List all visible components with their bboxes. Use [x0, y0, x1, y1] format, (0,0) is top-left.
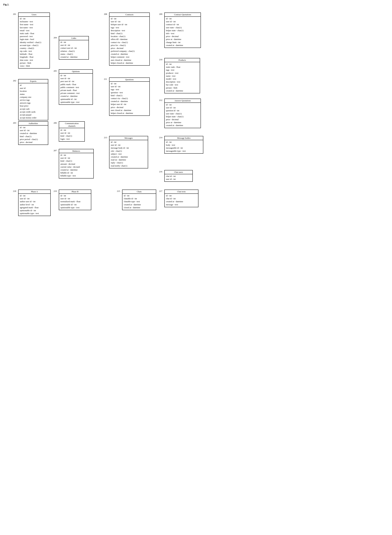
- entity-field: opinionable id - int: [20, 209, 49, 212]
- entity-box-205: Opinionsid - intuser id - intpeer user i…: [59, 69, 93, 105]
- entity-header-210: Products: [165, 58, 200, 62]
- entity-field: contact via - char(1): [111, 41, 148, 44]
- entity-field: created at - datetime: [111, 53, 148, 56]
- entity-wrapper-217: 217Chat textsid - intchat id - intcreate…: [159, 190, 198, 207]
- entity-field: user state - char(1): [166, 112, 199, 115]
- entity-wrapper-216: 216Chat userschat id - intuser id - int: [159, 170, 193, 182]
- entity-field: accept credit cards: [20, 110, 47, 113]
- entity-header-205: Opinions: [59, 70, 93, 74]
- entity-field: offers till - datetime: [111, 38, 148, 41]
- entity-header-208: Contracts: [109, 13, 149, 17]
- entity-field: user id - int: [111, 20, 148, 23]
- entity-box-214: Message bodiesid - intbody - textmessage…: [164, 136, 203, 154]
- entity-wrapper-204: 204Linksid - intuser id - intcontact use…: [54, 36, 89, 60]
- entity-body-219: id - intuser id - intnormalized mark - f…: [59, 194, 91, 210]
- entity-box-216: Chat userschat id - intuser id - int: [164, 170, 193, 182]
- entity-field: user id - int: [61, 77, 91, 80]
- entity-field: price - decimal: [111, 47, 148, 50]
- entity-number-218: 218: [13, 190, 18, 192]
- entity-field: user closed at - datetime: [111, 109, 148, 112]
- entity-field: location: [20, 90, 47, 93]
- entity-field: accept paypal: [20, 113, 47, 116]
- entity-box-204: Linksid - intuser id - intcontact user i…: [59, 36, 89, 60]
- entity-field: password - text: [20, 35, 48, 38]
- entity-field: time zone - text: [20, 59, 48, 61]
- entity-field: name - text: [166, 75, 198, 77]
- entity-field: helper user id - int: [111, 103, 148, 106]
- entity-field: private mark - float: [61, 89, 91, 92]
- entity-box-208: Contractsid - intuser id - intheleper us…: [109, 13, 150, 66]
- entity-field: id - int: [111, 141, 146, 144]
- entity-field: opinionable id - int: [61, 203, 90, 206]
- entity-field: kind - char(1): [111, 94, 148, 97]
- entity-field: service tags: [20, 99, 47, 102]
- entity-field: helper closed at - datetime: [111, 112, 148, 115]
- entity-field: user id - int: [20, 197, 49, 200]
- entity-field: description - text: [111, 29, 148, 32]
- entity-field: user id - int: [111, 144, 146, 146]
- entity-field: opinionable id - int: [61, 98, 91, 101]
- entity-number-201: 201: [13, 13, 18, 15]
- entity-header-203: Authorities: [19, 122, 48, 126]
- entity-number-209: 209: [159, 13, 164, 15]
- entity-field: price at - datetime: [166, 121, 199, 124]
- entity-field: helper comment - text: [111, 56, 148, 58]
- entity-body-209: id - intuser id - intcontract id - intus…: [165, 17, 201, 47]
- entity-field: helper state - char(1): [166, 115, 199, 118]
- entity-header-207: Balances: [59, 149, 93, 153]
- entity-field: contact via - char(1): [111, 97, 148, 100]
- entity-box-207: Balancesid - intuser id - intkind - char…: [59, 149, 94, 178]
- entity-wrapper-208: 208Contractsid - intuser id - intheleper…: [104, 13, 150, 66]
- entity-field: read on - datetime: [111, 158, 146, 161]
- entity-field: price period - char(1): [20, 138, 47, 141]
- entity-field: current value - deciaml: [61, 165, 92, 169]
- entity-body-203: id - intuser id - intcreated at - dateti…: [19, 126, 48, 145]
- entity-wrapper-218: 218Phase Aid - intuser id - intauthor us…: [13, 190, 51, 216]
- diagram-container: 201Usersid - intnickname - textfirst nam…: [3, 8, 388, 527]
- entity-field: info - text: [166, 32, 199, 35]
- entity-wrapper-206: 206Communicationchannelsid - intuser id …: [54, 121, 85, 142]
- entity-field: user state - char(1): [166, 26, 199, 29]
- entity-field: id - int: [111, 82, 148, 85]
- entity-field: bar code - text: [166, 83, 198, 86]
- entity-body-215: id - intchatable id - intchatable type -…: [122, 194, 156, 210]
- entity-box-212: Answer Quotationsid - intuser id - intqu…: [164, 99, 201, 128]
- entity-header-218: Phase A: [19, 190, 50, 194]
- entity-field: location - char(1): [111, 35, 148, 38]
- entity-field: question - text: [111, 91, 148, 94]
- entity-field: id - int: [166, 141, 202, 144]
- entity-field: opinionable type - text: [61, 101, 91, 104]
- entity-box-215: Chatsid - intchatable id - intchatable t…: [122, 190, 156, 210]
- entity-field: created at - datetime: [111, 100, 148, 103]
- entity-field: identity verified - char(1): [20, 41, 48, 44]
- entity-field: body - text: [166, 144, 202, 146]
- entity-field: user id - int: [61, 44, 87, 47]
- entity-field: id - int: [166, 17, 199, 20]
- entity-wrapper-211: 211Questionsid - intuser id - inttags - …: [104, 77, 150, 116]
- entity-number-210: 210: [159, 58, 164, 61]
- entity-body-213: id - intuser id - intmessage body id - i…: [109, 140, 148, 168]
- entity-box-213: Messagesid - intuser id - intmessage bod…: [109, 136, 148, 169]
- entity-field: id: [20, 84, 47, 87]
- entity-box-217: Chat textsid - intchat id - intcreated a…: [164, 190, 198, 207]
- entity-box-218: Phase Aid - intuser id - intauthor user …: [18, 190, 51, 216]
- entity-wrapper-215: 215Chatsid - intchatable id - intchatabl…: [117, 190, 156, 210]
- entity-body-207: id - intuser id - intkind - char(1)amoun…: [59, 153, 93, 178]
- entity-body-214: id - intbody - textmessageable id - intm…: [165, 140, 203, 153]
- entity-body-210: id - intstatic rank - floattags - textpr…: [165, 62, 200, 93]
- entity-header-219: Phase B: [59, 190, 91, 194]
- entity-field: static rank - float: [166, 66, 198, 69]
- entity-field: id - int: [124, 194, 154, 197]
- entity-field: hour price: [20, 104, 47, 107]
- entity-field: message - text: [166, 203, 197, 206]
- entity-box-210: Productsid - intstatic rank - floattags …: [164, 58, 200, 93]
- entity-field: read notify- char(1): [111, 164, 146, 167]
- entity-body-218: id - intuser id - intauthor user id - in…: [19, 194, 50, 216]
- entity-field: user closed at - datetime: [111, 59, 148, 61]
- entity-field: login state - bool: [20, 38, 48, 41]
- entity-body-204: id - intuser id - intcontact user id - i…: [59, 40, 89, 59]
- entity-number-203: 203: [13, 121, 18, 124]
- entity-field: description - text: [166, 80, 198, 83]
- entity-field: accept money order: [20, 116, 47, 119]
- entity-field: amount - decimal: [61, 163, 92, 165]
